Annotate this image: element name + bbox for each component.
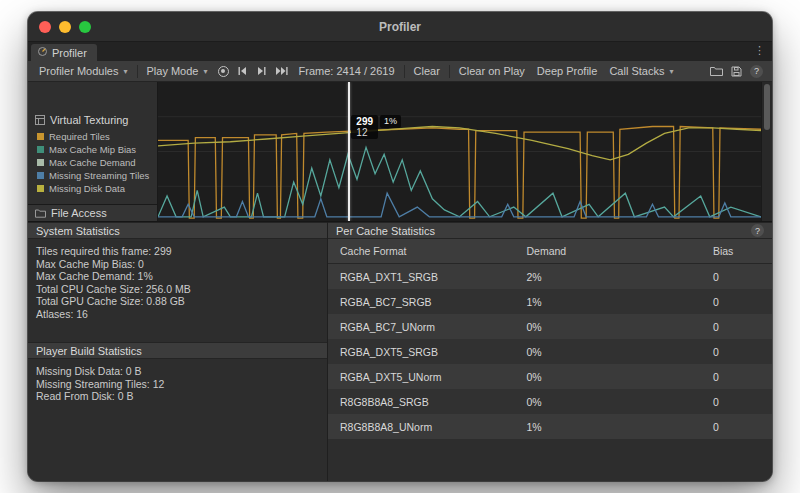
tab-profiler[interactable]: Profiler: [31, 44, 97, 61]
profiler-chart[interactable]: [158, 82, 761, 221]
module-virtual-texturing[interactable]: Virtual Texturing: [28, 112, 157, 128]
legend-swatch: [37, 172, 44, 179]
legend-label: Missing Disk Data: [49, 183, 125, 194]
playhead[interactable]: [348, 82, 350, 221]
stat-line: Max Cache Mip Bias: 0: [36, 258, 319, 271]
clear-label: Clear: [414, 65, 440, 77]
titlebar[interactable]: Profiler: [28, 12, 772, 42]
legend-item[interactable]: Max Cache Demand: [37, 157, 157, 168]
tab-context-menu-icon[interactable]: [754, 45, 765, 56]
column-header[interactable]: Bias: [701, 245, 772, 257]
file-access-icon: [35, 209, 46, 218]
current-frame-icon: [275, 66, 289, 76]
call-stacks-dropdown[interactable]: Call Stacks: [603, 61, 679, 81]
virtual-texturing-legend: Required TilesMax Cache Mip BiasMax Cach…: [28, 128, 157, 194]
window-title: Profiler: [28, 20, 772, 34]
play-mode-label: Play Mode: [147, 65, 199, 77]
toolbar-separator: [449, 65, 450, 78]
profiler-modules-dropdown[interactable]: Profiler Modules: [33, 61, 134, 81]
toolbar-help-button[interactable]: [746, 61, 767, 81]
per-cache-statistics-header: Per Cache Statistics: [328, 222, 772, 239]
profiler-window: Profiler Profiler Profiler Modules Play …: [28, 12, 772, 481]
legend-item[interactable]: Missing Streaming Tiles: [37, 170, 157, 181]
legend-item[interactable]: Required Tiles: [37, 131, 157, 142]
column-header[interactable]: Cache Format: [328, 245, 514, 257]
close-button[interactable]: [39, 21, 51, 33]
chart-scrollbar[interactable]: [761, 82, 772, 221]
record-button[interactable]: [214, 61, 233, 81]
play-mode-dropdown[interactable]: Play Mode: [141, 61, 214, 81]
scrollbar-thumb[interactable]: [764, 84, 770, 130]
chart-region: Virtual Texturing Required TilesMax Cach…: [28, 82, 772, 222]
table-row[interactable]: RGBA_BC7_SRGB1%0: [328, 289, 772, 314]
system-statistics-title: System Statistics: [36, 225, 120, 237]
cache-format-cell: RGBA_DXT5_UNorm: [328, 371, 514, 383]
bias-cell: 0: [701, 421, 772, 433]
demand-cell: 0%: [514, 371, 700, 383]
table-row[interactable]: RGBA_DXT5_SRGB0%0: [328, 339, 772, 364]
stat-line: Atlases: 16: [36, 308, 319, 321]
current-frame-button[interactable]: [271, 61, 293, 81]
module-virtual-texturing-label: Virtual Texturing: [50, 114, 128, 126]
legend-swatch: [37, 133, 44, 140]
cache-format-cell: R8G8B8A8_UNorm: [328, 421, 514, 433]
toolbar-separator: [137, 65, 138, 78]
column-header[interactable]: Demand: [514, 245, 700, 257]
per-cache-statistics-title: Per Cache Statistics: [336, 225, 435, 237]
deep-profile-label: Deep Profile: [537, 65, 598, 77]
bias-cell: 0: [701, 296, 772, 308]
record-icon: [218, 66, 229, 77]
cache-table-header: Cache FormatDemandBias: [328, 239, 772, 264]
cache-format-cell: RGBA_DXT5_SRGB: [328, 346, 514, 358]
fullscreen-button[interactable]: [79, 21, 91, 33]
chart-area[interactable]: 299 12 1%: [158, 82, 772, 221]
clear-on-play-toggle[interactable]: Clear on Play: [453, 61, 531, 81]
cache-format-cell: RGBA_DXT1_SRGB: [328, 271, 514, 283]
clear-on-play-label: Clear on Play: [459, 65, 525, 77]
traffic-lights: [28, 21, 91, 33]
tab-bar: Profiler: [28, 42, 772, 61]
legend-swatch: [37, 159, 44, 166]
table-row[interactable]: R8G8B8A8_SRGB0%0: [328, 389, 772, 414]
table-row[interactable]: R8G8B8A8_UNorm1%0: [328, 414, 772, 439]
profiler-toolbar: Profiler Modules Play Mode Frame: 2414 /…: [28, 61, 772, 82]
system-statistics-header: System Statistics: [28, 222, 327, 239]
save-profile-button[interactable]: [727, 61, 746, 81]
chart-sidebar: Virtual Texturing Required TilesMax Cach…: [28, 82, 158, 221]
player-build-statistics-title: Player Build Statistics: [36, 345, 142, 357]
demand-cell: 1%: [514, 296, 700, 308]
per-cache-panel: Per Cache Statistics Cache FormatDemandB…: [328, 222, 772, 481]
next-frame-button[interactable]: [252, 61, 271, 81]
module-file-access[interactable]: File Access: [28, 204, 157, 221]
legend-swatch: [37, 185, 44, 192]
table-row[interactable]: RGBA_DXT5_UNorm0%0: [328, 364, 772, 389]
per-cache-help-icon[interactable]: [751, 224, 764, 237]
table-row[interactable]: RGBA_DXT1_SRGB2%0: [328, 264, 772, 289]
legend-swatch: [37, 146, 44, 153]
legend-item[interactable]: Missing Disk Data: [37, 183, 157, 194]
minimize-button[interactable]: [59, 21, 71, 33]
stat-line: Total CPU Cache Size: 256.0 MB: [36, 283, 319, 296]
previous-frame-button[interactable]: [233, 61, 252, 81]
load-profile-button[interactable]: [706, 61, 727, 81]
clear-button[interactable]: Clear: [408, 61, 446, 81]
help-icon: [750, 65, 763, 78]
statistics-panel: System Statistics Tiles required this fr…: [28, 222, 328, 481]
stat-line: Missing Streaming Tiles: 12: [36, 378, 319, 391]
cache-format-cell: RGBA_BC7_SRGB: [328, 296, 514, 308]
virtual-texturing-icon: [35, 115, 45, 125]
bias-cell: 0: [701, 271, 772, 283]
next-frame-icon: [256, 66, 267, 76]
profiler-icon: [37, 46, 48, 59]
bias-cell: 0: [701, 371, 772, 383]
profiler-modules-label: Profiler Modules: [39, 65, 118, 77]
load-icon: [710, 66, 723, 77]
legend-label: Required Tiles: [49, 131, 110, 142]
bias-cell: 0: [701, 321, 772, 333]
legend-label: Missing Streaming Tiles: [49, 170, 149, 181]
table-row[interactable]: RGBA_BC7_UNorm0%0: [328, 314, 772, 339]
toolbar-separator: [404, 65, 405, 78]
module-file-access-label: File Access: [51, 207, 107, 219]
legend-item[interactable]: Max Cache Mip Bias: [37, 144, 157, 155]
deep-profile-toggle[interactable]: Deep Profile: [531, 61, 604, 81]
